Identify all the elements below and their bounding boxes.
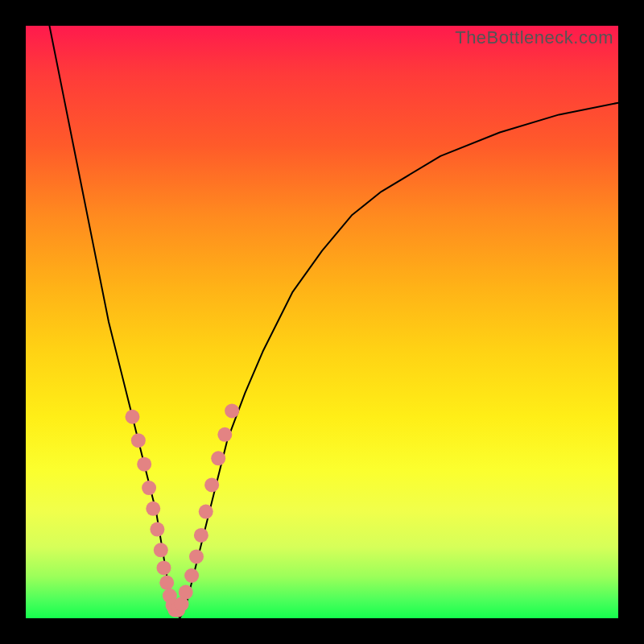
marker-point	[131, 433, 146, 448]
marker-point	[150, 522, 164, 537]
curve-path	[49, 26, 618, 618]
marker-point	[225, 403, 239, 418]
marker-point	[179, 585, 193, 600]
highlighted-points	[125, 403, 239, 617]
marker-point	[217, 427, 232, 442]
marker-point	[146, 502, 160, 516]
marker-point	[125, 410, 139, 424]
marker-point	[211, 451, 225, 465]
chart-frame: TheBottleneck.com	[0, 0, 644, 644]
marker-point	[199, 505, 213, 519]
marker-point	[142, 481, 156, 495]
marker-point	[184, 568, 199, 583]
plot-area: TheBottleneck.com	[26, 26, 618, 618]
marker-point	[137, 457, 151, 472]
bottleneck-curve	[49, 26, 618, 618]
marker-point	[189, 549, 204, 564]
chart-svg	[26, 26, 618, 618]
marker-point	[159, 576, 174, 590]
marker-point	[204, 477, 219, 492]
marker-point	[194, 528, 208, 543]
marker-point	[156, 560, 171, 575]
marker-point	[154, 543, 168, 557]
